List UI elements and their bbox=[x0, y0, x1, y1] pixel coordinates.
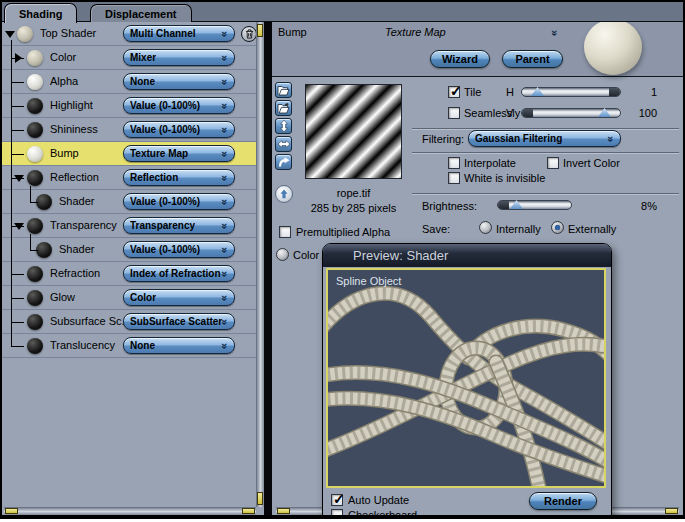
tab-shading-label: Shading bbox=[19, 8, 62, 20]
channel-type-dropdown[interactable]: Index of Refraction » bbox=[123, 265, 235, 282]
premultiplied-alpha-checkbox[interactable] bbox=[279, 226, 291, 238]
channel-type-dropdown[interactable]: Value (0-100%) » bbox=[123, 97, 235, 114]
open-file-alt-icon[interactable] bbox=[275, 100, 292, 116]
shader-type-menu-icon[interactable]: » bbox=[550, 30, 560, 36]
open-file-icon[interactable] bbox=[275, 82, 292, 98]
shader-row-highlight[interactable]: Highlight Value (0-100%) » bbox=[2, 94, 256, 118]
tree-connector-line bbox=[11, 322, 24, 323]
h-scroll-handle-right[interactable] bbox=[242, 508, 255, 514]
channel-label: Glow bbox=[50, 291, 75, 303]
filtering-dropdown[interactable]: Gaussian Filtering » bbox=[468, 130, 621, 147]
tab-displacement[interactable]: Displacement bbox=[90, 4, 192, 22]
brightness-slider-thumb[interactable] bbox=[510, 200, 523, 209]
shader-row-shader[interactable]: Shader Value (0-100%) » bbox=[2, 238, 256, 262]
channel-type-dropdown[interactable]: None » bbox=[123, 337, 235, 354]
channel-type-value: Color bbox=[130, 292, 156, 303]
filtering-value: Gaussian Filtering bbox=[475, 133, 562, 144]
brightness-value: 8% bbox=[617, 199, 657, 213]
shader-row-color[interactable]: Color Mixer » bbox=[2, 46, 256, 70]
shader-row-shininess[interactable]: Shininess Value (0-100%) » bbox=[2, 118, 256, 142]
channel-sphere-icon bbox=[27, 146, 43, 162]
shader-row-subsurface-sc-[interactable]: Subsurface Sc. SubSurface Scattering » bbox=[2, 310, 256, 334]
expand-collapse-icon[interactable] bbox=[5, 31, 15, 38]
horizontal-scrollbar-left[interactable] bbox=[4, 507, 256, 515]
shader-row-alpha[interactable]: Alpha None » bbox=[2, 70, 256, 94]
chevron-down-icon: » bbox=[220, 78, 230, 84]
tab-strip: Shading Displacement bbox=[2, 2, 683, 22]
channel-label: Transparency bbox=[50, 219, 117, 231]
swap-horizontal-icon[interactable] bbox=[275, 136, 292, 152]
v-slider[interactable] bbox=[521, 108, 621, 118]
shader-row-glow[interactable]: Glow Color » bbox=[2, 286, 256, 310]
auto-update-checkbox[interactable] bbox=[331, 494, 343, 506]
save-internally-radio[interactable] bbox=[479, 221, 492, 234]
color-option-radio[interactable] bbox=[276, 248, 289, 261]
channel-label: Subsurface Sc. bbox=[50, 315, 125, 327]
interpolate-checkbox[interactable] bbox=[448, 157, 460, 169]
channel-label: Color bbox=[50, 51, 76, 63]
channel-label: Highlight bbox=[50, 99, 93, 111]
channel-type-dropdown[interactable]: Value (0-100%) » bbox=[123, 193, 235, 210]
channel-type-dropdown[interactable]: Value (0-100%) » bbox=[123, 121, 235, 138]
vertical-scrollbar-thumb-bottom[interactable] bbox=[257, 492, 263, 505]
swap-vertical-icon[interactable] bbox=[275, 118, 292, 134]
h-scroll-handle-left[interactable] bbox=[5, 508, 18, 514]
channel-sphere-icon bbox=[27, 74, 43, 90]
channel-label: Bump bbox=[50, 147, 79, 159]
parent-button[interactable]: Parent bbox=[502, 50, 563, 68]
shader-row-translucency[interactable]: Translucency None » bbox=[2, 334, 256, 358]
channel-type-value: None bbox=[130, 76, 155, 87]
channel-type-dropdown[interactable]: SubSurface Scattering » bbox=[123, 313, 235, 330]
h-slider[interactable] bbox=[521, 87, 621, 97]
channel-type-value: Value (0-100%) bbox=[130, 244, 200, 255]
vertical-scrollbar-thumb-top[interactable] bbox=[257, 24, 263, 37]
filtering-label: Filtering: bbox=[422, 132, 464, 146]
invert-color-checkbox[interactable] bbox=[547, 157, 559, 169]
redo-arrow-icon[interactable] bbox=[275, 154, 292, 170]
channel-type-dropdown[interactable]: Transparency » bbox=[123, 217, 235, 234]
h-scroll-handle-left[interactable] bbox=[277, 508, 290, 514]
parent-button-label: Parent bbox=[515, 53, 549, 65]
channel-type-value: Value (0-100%) bbox=[130, 124, 200, 135]
vertical-scrollbar[interactable] bbox=[256, 22, 264, 507]
shader-row-reflection[interactable]: Reflection Reflection » bbox=[2, 166, 256, 190]
channel-type-value: Value (0-100%) bbox=[130, 100, 200, 111]
channel-type-dropdown[interactable]: Reflection » bbox=[123, 169, 235, 186]
channel-label: Reflection bbox=[50, 171, 99, 183]
shader-row-transparency[interactable]: Transparency Transparency » bbox=[2, 214, 256, 238]
channel-sphere-icon bbox=[36, 194, 52, 210]
channel-type-dropdown[interactable]: Texture Map » bbox=[123, 145, 235, 162]
channel-type-dropdown[interactable]: None » bbox=[123, 73, 235, 90]
channel-type-dropdown[interactable]: Color » bbox=[123, 289, 235, 306]
render-button[interactable]: Render bbox=[529, 492, 597, 510]
h-slider-thumb[interactable] bbox=[531, 87, 544, 96]
channel-type-dropdown[interactable]: Mixer » bbox=[123, 49, 235, 66]
shader-ball-preview bbox=[584, 19, 642, 75]
v-slider-thumb[interactable] bbox=[598, 108, 611, 117]
tile-checkbox[interactable] bbox=[448, 86, 460, 98]
seamlessly-checkbox[interactable] bbox=[448, 107, 460, 119]
white-invisible-checkbox[interactable] bbox=[448, 172, 460, 184]
channel-type-value: Index of Refraction bbox=[130, 268, 221, 279]
shader-row-shader[interactable]: Shader Value (0-100%) » bbox=[2, 190, 256, 214]
save-label: Save: bbox=[422, 222, 450, 236]
channel-label: Shininess bbox=[50, 123, 98, 135]
brightness-slider[interactable] bbox=[497, 200, 572, 210]
shader-row-refraction[interactable]: Refraction Index of Refraction » bbox=[2, 262, 256, 286]
shader-row-top-shader[interactable]: Top Shader Multi Channel » bbox=[2, 22, 256, 46]
window-border bbox=[0, 0, 685, 2]
tab-shading[interactable]: Shading bbox=[4, 3, 77, 23]
shading-tree-panel: Top Shader Multi Channel » Color Mixer »… bbox=[2, 22, 264, 515]
delete-trash-icon[interactable] bbox=[241, 26, 257, 42]
preview-window-titlebar[interactable]: Preview: Shader bbox=[323, 244, 611, 267]
save-externally-radio[interactable] bbox=[551, 221, 564, 234]
shader-row-bump[interactable]: Bump Texture Map » bbox=[2, 142, 256, 166]
save-externally-label: Externally bbox=[568, 222, 616, 236]
wizard-button[interactable]: Wizard bbox=[430, 50, 490, 68]
channel-sphere-icon bbox=[27, 338, 43, 354]
channel-type-dropdown[interactable]: Multi Channel » bbox=[123, 25, 235, 42]
channel-type-dropdown[interactable]: Value (0-100%) » bbox=[123, 241, 235, 258]
h-scroll-handle-right[interactable] bbox=[665, 508, 678, 514]
tree-connector-line bbox=[30, 234, 31, 250]
channel-type-value: Transparency bbox=[130, 220, 195, 231]
